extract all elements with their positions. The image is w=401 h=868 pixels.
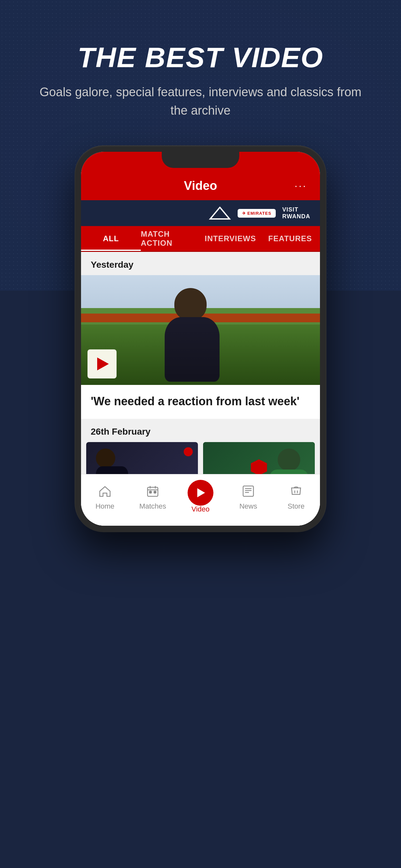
nav-label-news: News [239,502,257,510]
hero-subtitle: Goals galore, special features, intervie… [0,83,401,120]
tab-all[interactable]: ALL [81,226,141,251]
section-yesterday-label: Yesterday [81,252,320,275]
nav-item-video[interactable]: Video [177,480,224,514]
news-icon [240,483,257,500]
nav-item-matches[interactable]: Matches [129,483,177,510]
svg-rect-7 [154,491,156,493]
video-thumb-bg [81,275,320,385]
video-tabs: ALL MATCH ACTION INTERVIEWS FEATURES [81,226,320,252]
main-video-card[interactable]: 'We needed a reaction from last week' [81,275,320,419]
app-header: Video ··· [81,171,320,200]
svg-rect-6 [150,491,151,493]
sponsor-emirates: ✈ EMIRATES [238,205,276,221]
store-icon [288,483,305,500]
nav-label-video: Video [191,505,210,514]
nav-item-home[interactable]: Home [81,483,129,510]
home-icon [96,483,113,500]
tab-match-action[interactable]: MATCH ACTION [141,226,201,251]
sponsor-adidas [209,205,231,221]
app-header-title: Video [184,179,217,193]
play-icon [97,358,109,370]
nav-item-news[interactable]: News [224,483,272,510]
main-video-thumbnail [81,275,320,385]
phone-notch [162,152,239,168]
main-video-play-button[interactable] [88,349,117,378]
tab-features[interactable]: FEATURES [260,226,320,251]
phone-mockup: Video ··· ✈ EMIRATES V [74,145,327,532]
adidas-logo-icon [209,207,231,220]
section-26feb-label: 26th February [81,419,320,442]
main-video-title: 'We needed a reaction from last week' [81,385,320,419]
sponsors-bar: ✈ EMIRATES VISITRWANDA [81,200,320,226]
svg-rect-8 [243,486,253,496]
hero-title: THE BEST VIDEO [0,42,401,73]
calendar-icon [144,483,161,500]
svg-marker-0 [210,207,229,219]
tab-interviews[interactable]: INTERVIEWS [201,226,260,251]
nav-item-store[interactable]: Store [272,483,320,510]
video-play-icon [188,480,213,506]
bottom-navigation: Home Matches [81,474,320,526]
more-options-icon[interactable]: ··· [295,180,307,192]
hero-section: THE BEST VIDEO Goals galore, special fea… [0,0,401,120]
nav-label-home: Home [96,502,115,510]
sponsor-visitrwanda: VISITRWANDA [282,205,310,221]
phone-screen: Video ··· ✈ EMIRATES V [81,152,320,526]
nav-label-store: Store [288,502,305,510]
play-triangle-nav [197,488,205,497]
nav-label-matches: Matches [139,502,166,510]
phone-outer-frame: Video ··· ✈ EMIRATES V [74,145,327,532]
